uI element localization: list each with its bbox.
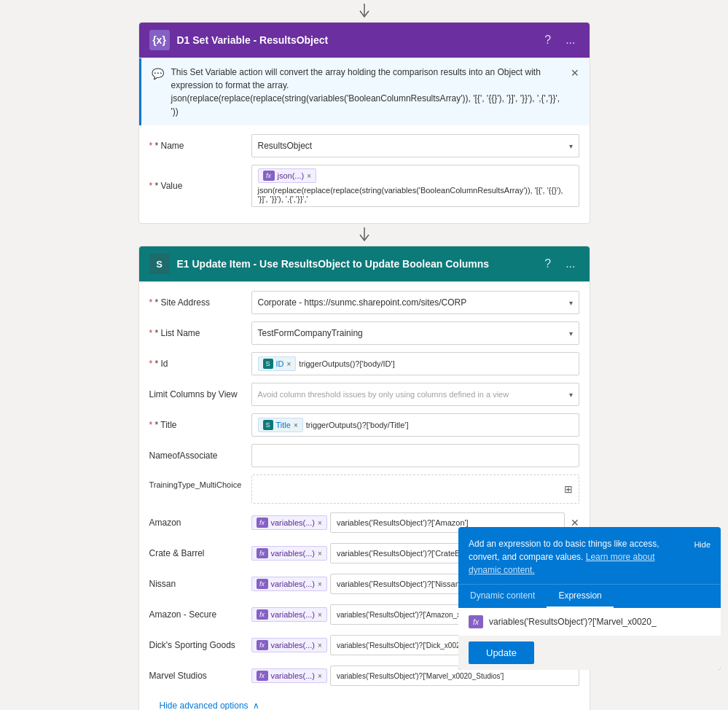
nameofassociate-label: NameofAssociate <box>149 450 251 461</box>
amazon-secure-fx-close[interactable]: × <box>318 611 322 619</box>
marvel-fx-tag[interactable]: fx variables(...) × <box>251 668 327 683</box>
marvel-label: Marvel Studios <box>149 671 251 681</box>
id-label: * Id <box>149 359 251 369</box>
title-tag-label: Title <box>276 421 291 429</box>
tooltip-expression-box: fx variables('ResultsObject')?['Marvel_x… <box>458 608 721 636</box>
title-input[interactable]: S Title × triggerOutputs()?['body/Title'… <box>251 413 579 437</box>
tooltip-tabs: Dynamic content Expression <box>458 584 721 608</box>
site-address-input[interactable]: Corporate - https://sunmc.sharepoint.com… <box>251 291 579 314</box>
tooltip-hide-button[interactable]: Hide <box>694 539 711 551</box>
title-tag-close[interactable]: × <box>294 421 298 429</box>
title-tag[interactable]: S Title × <box>258 418 303 432</box>
info-banner: 💬 This Set Variable action will convert … <box>139 58 590 125</box>
hide-advanced-label: Hide advanced options <box>160 701 248 710</box>
title-row: * Title S Title × triggerOutputs()?['bod… <box>149 413 579 437</box>
limit-columns-arrow: ▾ <box>569 391 573 399</box>
tab-dynamic-content[interactable]: Dynamic content <box>458 585 547 608</box>
set-variable-actions: ? ... <box>541 32 579 48</box>
set-variable-icon: {x} <box>149 30 170 50</box>
copy-icon[interactable]: ⊞ <box>564 483 573 495</box>
tooltip-fx-icon: fx <box>469 615 483 628</box>
amazon-fx-close[interactable]: × <box>318 519 322 527</box>
id-input[interactable]: S ID × triggerOutputs()?['body/ID'] <box>251 352 579 375</box>
value-input[interactable]: fx json(...) × json(replace(replace(repl… <box>251 165 579 207</box>
crate-fx-close[interactable]: × <box>318 550 322 558</box>
nameofassociate-row: NameofAssociate <box>149 444 579 467</box>
set-variable-help-button[interactable]: ? <box>541 32 555 48</box>
id-expression: triggerOutputs()?['body/ID'] <box>299 359 394 368</box>
list-name-row: * List Name TestFormCompanyTraining ▾ <box>149 321 579 345</box>
fx-tag-close[interactable]: × <box>307 172 311 180</box>
limit-columns-row: Limit Columns by View Avoid column thres… <box>149 383 579 406</box>
id-tag-icon: S <box>263 359 273 369</box>
limit-columns-placeholder: Avoid column threshold issues by only us… <box>258 390 509 399</box>
amazon-fx-icon: fx <box>257 518 268 528</box>
nameofassociate-input[interactable] <box>251 444 579 467</box>
update-item-title: E1 Update Item - Use ResultsObject to Up… <box>177 258 534 270</box>
tooltip-expression-value[interactable]: variables('ResultsObject')?['Marvel_x002… <box>489 617 711 627</box>
site-address-label: * Site Address <box>149 297 251 308</box>
nissan-label: Nissan <box>149 579 251 589</box>
dicks-fx-icon: fx <box>257 640 268 650</box>
crate-label: Crate & Barrel <box>149 548 251 558</box>
update-item-help-button[interactable]: ? <box>541 256 555 272</box>
name-dropdown-arrow: ▾ <box>569 142 573 150</box>
tooltip-text: Add an expression to do basic things lik… <box>469 537 686 577</box>
id-tag-label: ID <box>276 359 284 368</box>
set-variable-title: D1 Set Variable - ResultsObject <box>177 34 534 46</box>
limit-columns-input[interactable]: Avoid column threshold issues by only us… <box>251 383 579 406</box>
list-name-label: * List Name <box>149 328 251 338</box>
marvel-fx-close[interactable]: × <box>318 672 322 680</box>
amazon-secure-fx-icon: fx <box>257 609 268 620</box>
nissan-fx-icon: fx <box>257 579 268 589</box>
trainingtype-text-input[interactable] <box>258 484 541 494</box>
title-expression: triggerOutputs()?['body/Title'] <box>306 421 409 429</box>
crate-fx-tag[interactable]: fx variables(...) × <box>251 546 327 561</box>
name-row: * Name ResultsObject ▾ <box>149 134 579 157</box>
info-close-button[interactable]: ✕ <box>571 66 579 81</box>
update-item-more-button[interactable]: ... <box>562 256 579 272</box>
update-item-header: S E1 Update Item - Use ResultsObject to … <box>139 246 590 282</box>
set-variable-more-button[interactable]: ... <box>562 32 579 48</box>
trainingtype-row: TrainingType_MultiChoice ⊞ <box>149 475 579 504</box>
marvel-fx-label: variables(...) <box>271 671 316 680</box>
title-tag-icon: S <box>263 420 273 430</box>
fx-tag[interactable]: fx json(...) × <box>258 168 317 183</box>
id-row: * Id S ID × triggerOutputs()?['body/ID'] <box>149 352 579 375</box>
dicks-fx-close[interactable]: × <box>318 641 322 649</box>
dicks-fx-label: variables(...) <box>271 641 316 649</box>
amazon-fx-label: variables(...) <box>271 518 316 527</box>
tooltip-update-row: Update <box>458 636 721 670</box>
middle-arrow-connector <box>138 224 590 246</box>
info-icon: 💬 <box>152 66 164 82</box>
trainingtype-label: TrainingType_MultiChoice <box>149 480 251 489</box>
nissan-fx-tag[interactable]: fx variables(...) × <box>251 577 327 591</box>
fx-icon: fx <box>263 171 275 181</box>
trainingtype-input[interactable]: ⊞ <box>251 475 579 504</box>
value-label: * Value <box>149 181 251 191</box>
list-name-input[interactable]: TestFormCompanyTraining ▾ <box>251 321 579 345</box>
dicks-fx-tag[interactable]: fx variables(...) × <box>251 638 327 652</box>
hide-advanced-icon: ∧ <box>253 701 259 710</box>
id-tag-close[interactable]: × <box>287 360 291 368</box>
set-variable-card: {x} D1 Set Variable - ResultsObject ? ..… <box>138 22 590 224</box>
tooltip-header: Add an expression to do basic things lik… <box>458 527 721 584</box>
amazon-secure-fx-tag[interactable]: fx variables(...) × <box>251 607 327 622</box>
name-input[interactable]: ResultsObject ▾ <box>251 134 579 157</box>
amazon-fx-tag[interactable]: fx variables(...) × <box>251 515 327 530</box>
amazon-secure-fx-label: variables(...) <box>271 610 316 619</box>
site-address-row: * Site Address Corporate - https://sunmc… <box>149 291 579 314</box>
update-item-actions: ? ... <box>541 256 579 272</box>
marvel-fx-icon: fx <box>257 671 268 681</box>
tooltip-popup: Add an expression to do basic things lik… <box>458 527 721 670</box>
crate-fx-icon: fx <box>257 548 268 558</box>
tooltip-update-button[interactable]: Update <box>469 641 534 664</box>
name-label: * Name <box>149 141 251 151</box>
set-variable-header: {x} D1 Set Variable - ResultsObject ? ..… <box>139 23 590 58</box>
tab-expression[interactable]: Expression <box>547 585 613 608</box>
id-tag[interactable]: S ID × <box>258 356 297 371</box>
info-text: This Set Variable action will convert th… <box>171 66 563 118</box>
nissan-fx-close[interactable]: × <box>318 580 322 588</box>
hide-advanced-toggle[interactable]: Hide advanced options ∧ <box>149 695 579 710</box>
nissan-fx-label: variables(...) <box>271 580 316 588</box>
